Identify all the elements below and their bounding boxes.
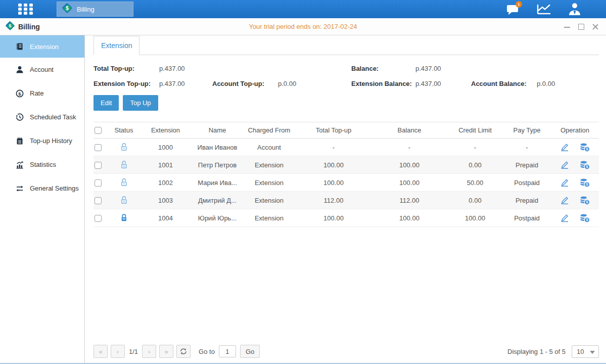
cell-credit-limit: 100.00 bbox=[447, 209, 503, 227]
balance-value: p.437.00 bbox=[415, 65, 441, 72]
topup-icon[interactable]: $ bbox=[580, 178, 590, 187]
last-page-button[interactable]: » bbox=[159, 345, 173, 358]
cell-status bbox=[109, 156, 139, 174]
cell-pay-type: Postpaid bbox=[503, 209, 551, 227]
app-launcher-icon[interactable] bbox=[18, 4, 35, 15]
row-checkbox[interactable] bbox=[95, 162, 102, 169]
row-checkbox[interactable] bbox=[95, 179, 102, 187]
cell-total-topup: 100.00 bbox=[296, 156, 371, 174]
edit-button[interactable]: Edit bbox=[94, 95, 119, 111]
close-button[interactable] bbox=[592, 23, 599, 30]
reports-icon[interactable] bbox=[536, 3, 551, 15]
refresh-button[interactable] bbox=[176, 345, 191, 358]
extension-topup-label: Extension Top-up: bbox=[94, 80, 159, 87]
sidebar-item-statistics[interactable]: Statistics bbox=[0, 153, 84, 176]
maximize-button[interactable] bbox=[578, 23, 585, 30]
cell-total-topup: - bbox=[296, 139, 371, 156]
cell-extension: 1000 bbox=[139, 139, 192, 156]
extension-balance-value: p.437.00 bbox=[415, 80, 471, 87]
go-button[interactable]: Go bbox=[240, 345, 260, 358]
svg-text:$: $ bbox=[66, 5, 69, 11]
svg-text:$: $ bbox=[586, 165, 588, 169]
svg-text:$: $ bbox=[586, 183, 588, 187]
chevron-down-icon bbox=[590, 351, 595, 354]
edit-icon[interactable] bbox=[560, 143, 570, 152]
minimize-button[interactable] bbox=[564, 23, 571, 30]
topup-icon[interactable]: $ bbox=[580, 143, 590, 152]
table-row: 1001 Петр Петров Extension 100.00 100.00… bbox=[94, 156, 599, 174]
col-balance: Balance bbox=[371, 122, 447, 139]
cell-name: Иван Иванов bbox=[192, 139, 243, 156]
edit-icon[interactable] bbox=[560, 161, 570, 169]
account-icon bbox=[15, 66, 24, 74]
col-pay-type: Pay Type bbox=[503, 122, 551, 139]
cell-status bbox=[109, 174, 139, 192]
cell-charged-from: Extension bbox=[243, 156, 296, 174]
svg-text:$: $ bbox=[586, 147, 588, 151]
sidebar-item-scheduled-task[interactable]: Scheduled Task bbox=[0, 105, 84, 129]
table-row: 1002 Мария Ива... Extension 100.00 100.0… bbox=[94, 174, 599, 192]
account-balance-label: Account Balance: bbox=[471, 80, 537, 87]
user-icon[interactable] bbox=[568, 3, 582, 16]
top-up-button[interactable]: Top Up bbox=[123, 95, 158, 111]
extension-balance-label: Extension Balance: bbox=[351, 80, 415, 87]
cell-credit-limit: 0.00 bbox=[447, 192, 503, 209]
cell-extension: 1003 bbox=[139, 192, 192, 209]
messages-icon[interactable]: ! bbox=[506, 3, 520, 15]
tabbar: Extension bbox=[94, 35, 599, 55]
billing-summary: Total Top-up: p.437.00 Balance: p.437.00… bbox=[94, 65, 599, 87]
prev-page-button[interactable]: ‹ bbox=[111, 345, 125, 358]
sidebar-item-account[interactable]: Account bbox=[0, 58, 84, 81]
sidebar-item-label: Top-up History bbox=[30, 137, 72, 145]
main-panel: Extension Total Top-up: p.437.00 Balance… bbox=[85, 35, 606, 364]
cell-total-topup: 100.00 bbox=[296, 209, 371, 227]
first-page-button[interactable]: « bbox=[94, 345, 108, 358]
next-page-button[interactable]: › bbox=[142, 345, 156, 358]
select-all-checkbox[interactable] bbox=[95, 127, 102, 134]
cell-operation: $ bbox=[551, 174, 599, 192]
cell-balance: 100.00 bbox=[371, 156, 447, 174]
goto-page-input[interactable] bbox=[219, 345, 236, 357]
tab-extension[interactable]: Extension bbox=[94, 36, 139, 55]
cell-operation: $ bbox=[551, 192, 599, 209]
cell-extension: 1001 bbox=[139, 156, 192, 174]
displaying-text: Displaying 1 - 5 of 5 bbox=[507, 348, 566, 355]
cell-charged-from: Extension bbox=[243, 209, 296, 227]
extensions-table-body: 1000 Иван Иванов Account - - - - $ 1001 … bbox=[94, 139, 599, 227]
account-topup-label: Account Top-up: bbox=[212, 80, 278, 87]
sidebar-item-extension[interactable]: Extension bbox=[0, 35, 84, 58]
topup-icon[interactable]: $ bbox=[580, 214, 590, 222]
row-checkbox[interactable] bbox=[95, 197, 102, 204]
sidebar-item-topup-history[interactable]: Top-up History bbox=[0, 129, 84, 153]
cell-credit-limit: 50.00 bbox=[447, 174, 503, 192]
topup-history-icon bbox=[15, 137, 24, 145]
taskbar-tab-billing[interactable]: $ Billing bbox=[57, 2, 133, 17]
general-settings-icon bbox=[15, 185, 24, 193]
row-checkbox[interactable] bbox=[95, 215, 102, 222]
topup-icon[interactable]: $ bbox=[580, 196, 590, 205]
edit-icon[interactable] bbox=[560, 214, 570, 222]
rate-icon: $ bbox=[15, 89, 24, 98]
sidebar-item-rate[interactable]: $ Rate bbox=[0, 81, 84, 105]
page-size-select[interactable]: 10 bbox=[572, 345, 599, 358]
sidebar-item-label: Account bbox=[30, 66, 54, 73]
cell-pay-type: - bbox=[503, 139, 551, 156]
row-checkbox[interactable] bbox=[95, 144, 102, 151]
col-charged-from: Charged From bbox=[243, 122, 296, 139]
col-total-topup: Total Top-up bbox=[296, 122, 371, 139]
sidebar-item-label: Scheduled Task bbox=[30, 113, 76, 121]
cell-balance: 100.00 bbox=[371, 174, 447, 192]
col-operation: Operation bbox=[551, 122, 599, 139]
topup-icon[interactable]: $ bbox=[580, 161, 590, 169]
table-row: 1003 Дмитрий Д... Extension 112.00 112.0… bbox=[94, 192, 599, 209]
cell-operation: $ bbox=[551, 209, 599, 227]
pagination-bar: « ‹ 1/1 › » Go to Go Displaying 1 - 5 of… bbox=[94, 345, 599, 358]
edit-icon[interactable] bbox=[560, 178, 570, 187]
billing-app-icon: $ bbox=[62, 3, 73, 16]
cell-extension: 1004 bbox=[139, 209, 192, 227]
sidebar-item-general-settings[interactable]: General Settings bbox=[0, 176, 84, 200]
col-extension: Extension bbox=[139, 122, 192, 139]
sidebar: Extension Account $ Rate Scheduled Task … bbox=[0, 35, 85, 364]
edit-icon[interactable] bbox=[560, 196, 570, 205]
cell-status bbox=[109, 139, 139, 156]
